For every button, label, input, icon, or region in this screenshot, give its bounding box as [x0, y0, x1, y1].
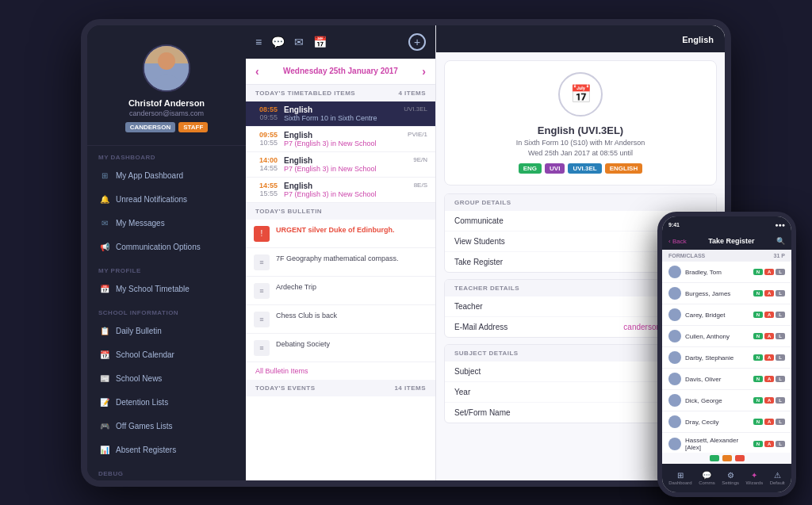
btn-late-1[interactable]: L	[776, 290, 785, 296]
user-name: Christof Anderson	[128, 98, 205, 108]
btn-absent-7[interactable]: A	[764, 419, 774, 425]
btn-present-5[interactable]: N	[753, 376, 763, 382]
bulletin-item-3[interactable]: ≡ Chess Club is back	[246, 305, 435, 334]
add-button[interactable]: +	[408, 33, 426, 51]
sidebar-item-unread-notifications[interactable]: 🔔 Unread Notifications	[87, 188, 246, 212]
btn-absent-6[interactable]: A	[764, 397, 774, 404]
all-bulletin-items-link[interactable]: All Bulletin Items	[246, 362, 435, 380]
timetable-section-header: TODAY'S TIMETABLED ITEMS 4 Items	[246, 85, 435, 101]
phone-student-6[interactable]: Dick, George N A L	[662, 390, 791, 411]
footer-settings-icon: ⚙	[727, 471, 734, 480]
bulletin-item-4[interactable]: ≡ Debating Society	[246, 334, 435, 362]
mail-icon[interactable]: ✉	[294, 36, 304, 48]
timetable-icon: 📅	[98, 283, 111, 296]
btn-absent-0[interactable]: A	[764, 269, 774, 275]
urgent-icon: !	[254, 226, 270, 242]
doc-icon-1: ≡	[254, 254, 270, 270]
student-avatar-4	[668, 351, 681, 364]
calendar-header-icon[interactable]: 📅	[313, 36, 327, 48]
btn-late-0[interactable]: L	[776, 269, 785, 275]
student-btns-3: N A L	[753, 333, 785, 339]
phone-student-8[interactable]: Hassett, Alexander [Alex] N A L	[662, 433, 791, 453]
btn-late-8[interactable]: L	[776, 441, 785, 447]
timetable-item-3[interactable]: 14:55 15:55 English P7 (English 3) in Ne…	[246, 178, 435, 203]
sidebar-item-off-games-lists[interactable]: 🎮 Off Games Lists	[87, 415, 246, 438]
btn-absent-1[interactable]: A	[764, 290, 774, 296]
timetable-item-0[interactable]: 08:55 09:55 English Sixth Form 10 in Six…	[246, 101, 435, 127]
btn-present-3[interactable]: N	[753, 333, 763, 339]
sidebar-item-my-school-timetable[interactable]: 📅 My School Timetable	[87, 277, 246, 301]
group-details-header: GROUP DETAILS	[445, 194, 716, 211]
bulletin-item-0[interactable]: ! URGENT silver Duke of Edinburgh.	[246, 220, 435, 248]
detention-icon: 📝	[98, 396, 111, 409]
sidebar-item-daily-bulletin[interactable]: 📋 Daily Bulletin	[87, 319, 246, 343]
phone-student-7[interactable]: Dray, Cecily N A L	[662, 411, 791, 433]
btn-absent-3[interactable]: A	[764, 333, 774, 339]
phone-footer: ⊞ Dashboard 💬 Comms ⚙ Settings ✦ Wizards…	[662, 464, 791, 492]
date-nav: ‹ Wednesday 25th January 2017 ›	[246, 59, 435, 85]
sidebar-item-absent-registers[interactable]: 📊 Absent Registers	[87, 438, 246, 462]
bell-icon: 🔔	[98, 193, 111, 206]
phone-student-5[interactable]: Davis, Oliver N A L	[662, 369, 791, 390]
btn-late-2[interactable]: L	[776, 312, 785, 318]
btn-present-6[interactable]: N	[753, 397, 763, 404]
btn-present-0[interactable]: N	[753, 269, 763, 275]
btn-late-3[interactable]: L	[776, 333, 785, 339]
timetable-item-1[interactable]: 09:55 10:55 English P7 (English 3) in Ne…	[246, 127, 435, 152]
sidebar-item-my-app-dashboard[interactable]: ⊞ My App Dashboard	[87, 164, 246, 188]
bulletin-section-header: TODAY'S BULLETIN	[246, 203, 435, 220]
phone-student-1[interactable]: Burgess, James N A L	[662, 283, 791, 304]
phone-back-button[interactable]: ‹ Back	[668, 238, 687, 245]
phone-student-3[interactable]: Cullen, Anthony N A L	[662, 326, 791, 347]
bulletin-item-2[interactable]: ≡ Ardeche Trip	[246, 277, 435, 305]
btn-present-4[interactable]: N	[753, 354, 763, 361]
prev-date-button[interactable]: ‹	[255, 65, 259, 78]
phone-frame: 9:41 ●●● ‹ Back Take Register 🔍 FORM/CLA…	[657, 212, 796, 497]
sidebar-item-school-news[interactable]: 📰 School News	[87, 367, 246, 391]
chat-icon[interactable]: 💬	[271, 36, 285, 48]
footer-dashboard[interactable]: ⊞ Dashboard	[668, 471, 691, 485]
btn-absent-4[interactable]: A	[764, 354, 774, 361]
timetable-item-2[interactable]: 14:00 14:55 English P7 (English 3) in Ne…	[246, 152, 435, 178]
btn-present-8[interactable]: N	[753, 441, 763, 447]
time-block-2: 14:00 14:55	[254, 156, 278, 173]
phone-search-icon[interactable]: 🔍	[776, 237, 785, 245]
btn-present-1[interactable]: N	[753, 290, 763, 296]
offgames-icon: 🎮	[98, 420, 111, 433]
phone-list-header: FORM/CLASS 31 P	[662, 250, 791, 262]
sidebar-item-my-messages[interactable]: ✉ My Messages	[87, 212, 246, 235]
phone-list: Bradley, Tom N A L Burgess, James N A L	[662, 262, 791, 453]
events-section-header: TODAY'S EVENTS 14 Items	[246, 380, 435, 396]
btn-late-5[interactable]: L	[776, 376, 785, 382]
menu-icon[interactable]: ≡	[255, 36, 262, 48]
legend-green	[710, 455, 719, 461]
sidebar-item-detention-lists[interactable]: 📝 Detention Lists	[87, 391, 246, 415]
btn-late-6[interactable]: L	[776, 397, 785, 404]
footer-settings[interactable]: ⚙ Settings	[722, 471, 739, 485]
student-btns-5: N A L	[753, 376, 785, 382]
btn-absent-5[interactable]: A	[764, 376, 774, 382]
phone-student-4[interactable]: Darby, Stephanie N A L	[662, 347, 791, 369]
student-avatar-7	[668, 415, 681, 428]
btn-late-7[interactable]: L	[776, 419, 785, 425]
time-block-1: 09:55 10:55	[254, 131, 278, 147]
phone-student-0[interactable]: Bradley, Tom N A L	[662, 262, 791, 283]
phone-status-bar: 9:41 ●●●	[662, 216, 791, 232]
bulletin-item-1[interactable]: ≡ 7F Geography mathematical compass.	[246, 248, 435, 277]
footer-wizards[interactable]: ✦ Wizards	[746, 471, 764, 485]
btn-present-7[interactable]: N	[753, 419, 763, 425]
legend-red	[735, 455, 745, 461]
sidebar-item-communication-options[interactable]: 📢 Communication Options	[87, 235, 246, 259]
grid-icon: ⊞	[98, 170, 111, 182]
footer-default[interactable]: ⚠ Default	[770, 471, 785, 485]
next-date-button[interactable]: ›	[422, 65, 426, 78]
btn-absent-2[interactable]: A	[764, 312, 774, 318]
phone-student-2[interactable]: Carey, Bridget N A L	[662, 304, 791, 326]
btn-absent-8[interactable]: A	[764, 441, 774, 447]
btn-present-2[interactable]: N	[753, 312, 763, 318]
class-time: Wed 25th Jan 2017 at 08:55 until	[528, 149, 633, 157]
btn-late-4[interactable]: L	[776, 354, 785, 361]
sidebar-item-school-calendar[interactable]: 📆 School Calendar	[87, 343, 246, 367]
tag-uvi: UVI	[545, 163, 565, 174]
footer-comms[interactable]: 💬 Comms	[699, 471, 715, 485]
